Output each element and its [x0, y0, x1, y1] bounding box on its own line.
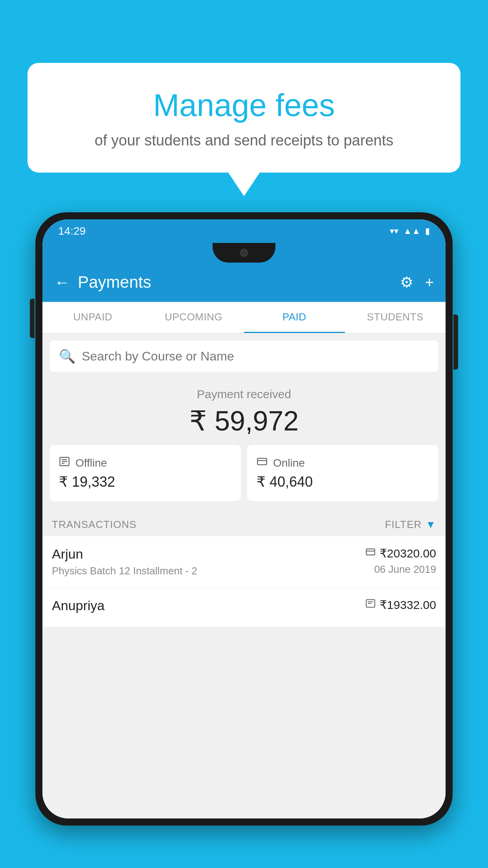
- svg-rect-6: [366, 549, 375, 555]
- search-icon: 🔍: [59, 348, 75, 364]
- phone-outer: 14:29 ▾▾ ▲▲ ▮ ← Payments ⚙ +: [35, 212, 453, 826]
- payment-received-label: Payment received: [54, 388, 434, 401]
- status-time: 14:29: [58, 225, 86, 237]
- content-area: 🔍 Payment received ₹ 59,972: [42, 333, 446, 818]
- filter-icon: ▼: [426, 519, 436, 531]
- transaction-amount-anupriya: ₹19332.00: [380, 598, 436, 612]
- wifi-icon: ▾▾: [390, 226, 398, 236]
- status-icons: ▾▾ ▲▲ ▮: [390, 226, 430, 236]
- search-input[interactable]: [82, 349, 429, 364]
- transaction-date-arjun: 06 June 2019: [374, 563, 436, 576]
- transaction-right-arjun: ₹20320.00 06 June 2019: [365, 546, 436, 576]
- transaction-course-arjun: Physics Batch 12 Installment - 2: [52, 565, 365, 577]
- online-amount: ₹ 40,640: [257, 474, 429, 490]
- payment-total-amount: ₹ 59,972: [54, 405, 434, 437]
- transaction-name-arjun: Arjun: [52, 546, 365, 562]
- phone-screen: 14:29 ▾▾ ▲▲ ▮ ← Payments ⚙ +: [42, 219, 446, 818]
- speech-bubble-subtitle: of your students and send receipts to pa…: [59, 132, 429, 149]
- settings-icon[interactable]: ⚙: [400, 274, 413, 291]
- transaction-left-arjun: Arjun Physics Batch 12 Installment - 2: [52, 546, 365, 577]
- svg-rect-4: [257, 458, 266, 465]
- transactions-label: TRANSACTIONS: [52, 519, 137, 531]
- back-button[interactable]: ←: [54, 274, 70, 291]
- battery-icon: ▮: [425, 226, 430, 236]
- transaction-row-arjun[interactable]: Arjun Physics Batch 12 Installment - 2: [42, 536, 446, 588]
- signal-icon: ▲▲: [403, 226, 420, 236]
- payment-received-section: Payment received ₹ 59,972: [42, 372, 446, 445]
- offline-icon: [59, 456, 70, 470]
- transaction-left-anupriya: Anupriya: [52, 598, 365, 616]
- offline-payment-icon-anupriya: [365, 598, 376, 611]
- search-container[interactable]: 🔍: [50, 340, 438, 372]
- online-icon: [257, 456, 268, 470]
- notch-bar: [42, 243, 446, 263]
- offline-amount: ₹ 19,332: [59, 474, 231, 490]
- offline-card-header: Offline: [59, 456, 231, 470]
- transactions-header: TRANSACTIONS FILTER ▼: [42, 511, 446, 536]
- payment-breakdown: Offline ₹ 19,332 Online: [42, 445, 446, 511]
- speech-bubble: Manage fees of your students and send re…: [28, 63, 460, 173]
- tab-paid[interactable]: PAID: [244, 302, 345, 333]
- online-card-header: Online: [257, 456, 429, 470]
- app-bar: ← Payments ⚙ +: [42, 263, 446, 302]
- online-payment-card: Online ₹ 40,640: [247, 445, 438, 501]
- transaction-amount-row-anupriya: ₹19332.00: [365, 598, 436, 612]
- app-title: Payments: [78, 273, 400, 292]
- notch: [213, 243, 275, 263]
- transaction-right-anupriya: ₹19332.00: [365, 598, 436, 612]
- online-label: Online: [273, 457, 305, 469]
- speech-bubble-container: Manage fees of your students and send re…: [28, 63, 460, 196]
- phone-container: 14:29 ▾▾ ▲▲ ▮ ← Payments ⚙ +: [35, 212, 453, 868]
- tab-upcoming[interactable]: UPCOMING: [143, 302, 244, 333]
- transaction-amount-row-arjun: ₹20320.00: [365, 546, 436, 560]
- speech-bubble-tail: [228, 173, 260, 196]
- filter-button[interactable]: FILTER ▼: [385, 519, 436, 531]
- tab-unpaid[interactable]: UNPAID: [42, 302, 143, 333]
- tabs-container: UNPAID UPCOMING PAID STUDENTS: [42, 302, 446, 333]
- camera-dot: [240, 249, 248, 257]
- offline-payment-card: Offline ₹ 19,332: [50, 445, 241, 501]
- tab-students[interactable]: STUDENTS: [345, 302, 446, 333]
- transaction-amount-arjun: ₹20320.00: [380, 546, 436, 560]
- card-payment-icon-arjun: [365, 547, 376, 560]
- transaction-row-anupriya[interactable]: Anupriya ₹19332.00: [42, 588, 446, 627]
- status-bar: 14:29 ▾▾ ▲▲ ▮: [42, 219, 446, 243]
- app-bar-actions: ⚙ +: [400, 274, 434, 291]
- transaction-name-anupriya: Anupriya: [52, 598, 365, 613]
- add-icon[interactable]: +: [425, 274, 434, 291]
- offline-label: Offline: [75, 457, 107, 469]
- filter-label: FILTER: [385, 519, 422, 531]
- speech-bubble-title: Manage fees: [59, 86, 429, 124]
